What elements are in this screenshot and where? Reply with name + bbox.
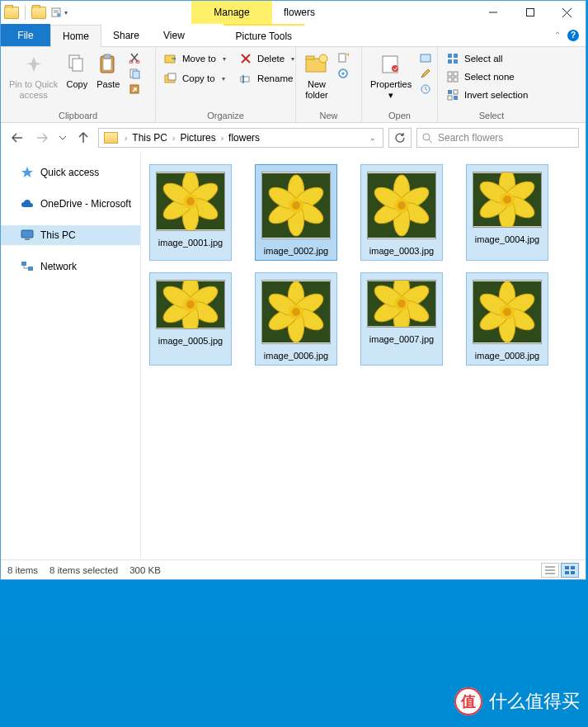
file-list[interactable]: image_0001.jpg image_0002.jpg image_0003… xyxy=(141,153,586,559)
chevron-right-icon[interactable]: › xyxy=(219,134,225,143)
cut-icon[interactable] xyxy=(127,50,142,65)
quick-access-toolbar: ▾ xyxy=(1,1,68,24)
invert-selection-button[interactable]: Invert selection xyxy=(443,87,531,103)
move-to-button[interactable]: Move to▾ xyxy=(161,50,229,67)
file-item[interactable]: image_0001.jpg xyxy=(149,164,232,261)
copy-to-icon xyxy=(164,72,177,85)
sidebar-quick-access[interactable]: Quick access xyxy=(1,163,140,182)
svg-rect-24 xyxy=(242,75,244,83)
search-input[interactable]: Search flowers xyxy=(416,128,579,148)
file-thumbnail xyxy=(367,280,436,328)
select-none-button[interactable]: Select none xyxy=(443,68,531,85)
copy-button[interactable]: Copy xyxy=(61,50,92,92)
collapse-ribbon-icon[interactable]: ⌃ xyxy=(554,31,561,40)
file-item[interactable]: image_0003.jpg xyxy=(360,164,443,261)
minimize-button[interactable] xyxy=(474,1,511,24)
group-label: Open xyxy=(362,110,437,122)
chevron-right-icon[interactable]: › xyxy=(171,134,176,143)
svg-point-27 xyxy=(319,54,327,63)
qat-properties-icon[interactable] xyxy=(51,7,61,17)
new-folder-icon xyxy=(304,52,329,77)
thumbnails-view-button[interactable] xyxy=(561,563,579,578)
file-item[interactable]: image_0002.jpg xyxy=(255,164,337,261)
breadcrumb-item[interactable]: flowers xyxy=(225,132,263,144)
recent-locations-button[interactable] xyxy=(57,128,68,148)
file-tab[interactable]: File xyxy=(1,24,50,46)
sidebar-onedrive[interactable]: OneDrive - Microsoft xyxy=(1,194,140,214)
svg-rect-51 xyxy=(25,238,30,240)
back-button[interactable] xyxy=(7,128,27,148)
properties-button[interactable]: Properties▾ xyxy=(367,50,415,101)
up-button[interactable] xyxy=(73,128,93,148)
svg-rect-12 xyxy=(104,54,111,59)
ribbon-tabs: File Home Share View Picture Tools ⌃ ? xyxy=(1,24,586,47)
file-thumbnail xyxy=(156,280,225,329)
svg-rect-50 xyxy=(21,230,33,238)
svg-rect-34 xyxy=(421,54,430,62)
group-label: Organize xyxy=(156,110,295,122)
svg-rect-28 xyxy=(339,54,346,62)
edit-icon[interactable] xyxy=(418,66,433,81)
address-bar[interactable]: › This PC › Pictures › flowers ⌄ xyxy=(98,128,383,148)
star-icon xyxy=(21,166,34,179)
copy-path-icon[interactable] xyxy=(127,66,142,81)
new-item-icon[interactable]: ✶ xyxy=(336,50,350,65)
file-item[interactable]: image_0005.jpg xyxy=(149,272,232,366)
file-name: image_0008.jpg xyxy=(475,349,539,363)
move-to-icon xyxy=(164,52,177,65)
select-all-icon xyxy=(446,52,459,65)
qat-folder-icon[interactable] xyxy=(31,7,46,19)
new-folder-button[interactable]: New folder xyxy=(301,50,332,101)
easy-access-icon[interactable] xyxy=(336,66,350,81)
svg-point-3 xyxy=(57,13,60,17)
svg-point-133 xyxy=(503,308,511,316)
delete-button[interactable]: Delete▾ xyxy=(236,50,298,67)
details-view-button[interactable] xyxy=(541,563,559,578)
picture-tools-tab[interactable]: Picture Tools xyxy=(223,24,304,46)
svg-rect-20 xyxy=(168,73,176,80)
open-icon[interactable] xyxy=(418,50,433,65)
contextual-tab-header: Manage xyxy=(191,1,272,24)
navigation-bar: › This PC › Pictures › flowers ⌄ Search … xyxy=(1,123,586,153)
svg-point-93 xyxy=(503,196,511,204)
svg-rect-41 xyxy=(454,72,458,76)
file-thumbnail xyxy=(261,280,331,344)
maximize-button[interactable] xyxy=(511,1,548,24)
chevron-right-icon[interactable]: › xyxy=(123,134,129,143)
copy-to-button[interactable]: Copy to▾ xyxy=(161,70,229,87)
file-item[interactable]: image_0008.jpg xyxy=(466,272,548,366)
qat-dropdown-icon[interactable]: ▾ xyxy=(64,9,68,17)
svg-text:✶: ✶ xyxy=(346,52,349,59)
history-icon[interactable] xyxy=(418,82,433,97)
svg-rect-11 xyxy=(103,59,111,70)
breadcrumb-item[interactable]: Pictures xyxy=(176,132,219,144)
refresh-button[interactable] xyxy=(388,128,412,148)
ribbon: Pin to Quick access Copy Paste Clipboard xyxy=(1,47,586,123)
paste-button[interactable]: Paste xyxy=(92,50,124,92)
sidebar-this-pc[interactable]: This PC xyxy=(1,225,140,245)
share-tab[interactable]: Share xyxy=(101,24,152,46)
file-thumbnail xyxy=(473,172,542,228)
file-item[interactable]: image_0004.jpg xyxy=(466,164,548,261)
app-icon[interactable] xyxy=(4,7,19,19)
sidebar-network[interactable]: Network xyxy=(1,257,140,276)
svg-rect-26 xyxy=(306,56,314,59)
pin-to-quick-access-button[interactable]: Pin to Quick access xyxy=(6,50,61,101)
svg-rect-45 xyxy=(454,90,458,94)
select-all-button[interactable]: Select all xyxy=(443,50,531,67)
copy-icon xyxy=(64,52,89,77)
home-tab[interactable]: Home xyxy=(50,25,101,47)
paste-shortcut-icon[interactable] xyxy=(127,82,142,97)
rename-icon xyxy=(239,72,252,85)
breadcrumb-item[interactable]: This PC xyxy=(129,132,171,144)
file-name: image_0005.jpg xyxy=(158,334,223,348)
forward-button[interactable] xyxy=(32,128,52,148)
file-item[interactable]: image_0007.jpg xyxy=(360,272,443,366)
address-dropdown-icon[interactable]: ⌄ xyxy=(363,134,383,142)
view-tab[interactable]: View xyxy=(152,24,197,46)
cloud-icon xyxy=(21,197,34,210)
close-button[interactable] xyxy=(548,1,586,24)
help-icon[interactable]: ? xyxy=(567,30,579,41)
rename-button[interactable]: Rename xyxy=(236,70,298,87)
file-item[interactable]: image_0006.jpg xyxy=(255,272,337,366)
